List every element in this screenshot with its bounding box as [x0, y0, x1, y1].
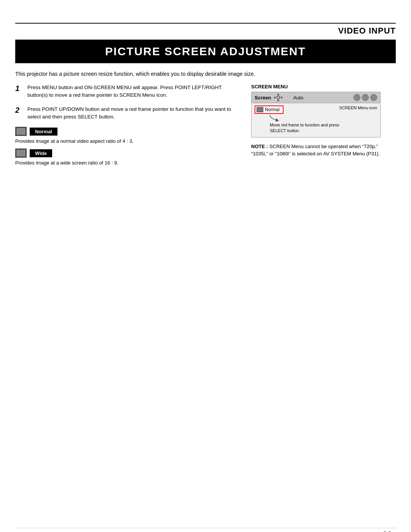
page: VIDEO INPUT PICTURE SCREEN ADJUSTMENT Th…: [0, 23, 411, 532]
move-label-area: Move red frame to function and press SEL…: [266, 115, 377, 134]
normal-desc: Provides image at a normal video aspect …: [15, 138, 240, 144]
screen-tab-label: Screen: [255, 95, 271, 101]
screen-menu-diagram: Screen Auto: [251, 92, 381, 137]
screen-menu-icon-label: SCREEN Menu icon: [339, 105, 377, 110]
option-normal-label-row: Normal: [15, 127, 240, 136]
wide-icon: [15, 149, 27, 158]
page-number: 33: [383, 530, 392, 532]
menu-circle-2: [362, 94, 369, 101]
page-title: PICTURE SCREEN ADJUSTMENT: [23, 45, 388, 58]
menu-circle-1: [354, 94, 360, 101]
intro-text: This projector has a picture screen resi…: [15, 71, 396, 77]
note-prefix: NOTE :: [251, 144, 269, 149]
title-banner: PICTURE SCREEN ADJUSTMENT: [15, 40, 396, 63]
normal-menu-item-text: Normal: [265, 107, 280, 112]
svg-rect-1: [277, 94, 279, 95]
bottom-divider: [15, 528, 396, 528]
left-column: 1 Press MENU button and ON-SCREEN MENU w…: [15, 84, 240, 170]
menu-circle-3: [370, 94, 377, 101]
menu-icon-group: [354, 94, 377, 101]
normal-icon-inner: [17, 128, 25, 134]
option-wide-label-row: Wide: [15, 149, 240, 158]
screen-menu-body: Normal SCREEN Menu icon: [252, 103, 380, 114]
wide-badge: Wide: [30, 149, 52, 157]
screen-menu-icon-annotation: SCREEN Menu icon: [339, 105, 377, 110]
normal-badge: Normal: [30, 128, 57, 136]
step-2-number: 2: [15, 105, 24, 121]
option-wide: Wide Provides image at a wide screen rat…: [15, 149, 240, 166]
wide-icon-inner: [17, 150, 25, 156]
wide-desc: Provides image at a wide screen ratio of…: [15, 160, 240, 166]
normal-menu-item-row: Normal: [255, 105, 284, 114]
two-column-layout: 1 Press MENU button and ON-SCREEN MENU w…: [15, 84, 396, 170]
svg-rect-3: [274, 97, 276, 98]
arrow-down-icon: [266, 115, 289, 122]
section-heading-text: VIDEO INPUT: [338, 26, 396, 35]
move-red-frame-label: Move red frame to function and press SEL…: [270, 122, 377, 134]
step-1: 1 Press MENU button and ON-SCREEN MENU w…: [15, 84, 240, 99]
step-1-number: 1: [15, 84, 24, 99]
screen-menu-label: SCREEN MENU: [251, 84, 396, 89]
screen-menu-top-bar: Screen Auto: [252, 92, 380, 103]
step-2: 2 Press POINT UP/DOWN button and move a …: [15, 105, 240, 121]
note-text: SCREEN Menu cannot be operated when “720…: [251, 144, 380, 157]
step-1-text: Press MENU button and ON-SCREEN MENU wil…: [27, 84, 240, 99]
section-heading: VIDEO INPUT: [0, 24, 411, 36]
note-block: NOTE : SCREEN Menu cannot be operated wh…: [251, 143, 396, 158]
svg-rect-2: [277, 100, 279, 101]
option-normal: Normal Provides image at a normal video …: [15, 127, 240, 144]
svg-rect-4: [281, 97, 282, 98]
right-column: SCREEN MENU Screen Auto: [251, 84, 396, 158]
svg-point-0: [277, 96, 280, 99]
gear-icon: [274, 94, 282, 101]
main-content: This projector has a picture screen resi…: [15, 63, 396, 170]
normal-icon: [15, 127, 27, 136]
auto-label: Auto: [293, 95, 303, 101]
normal-menu-item-icon: [256, 107, 263, 112]
screen-menu-annotation-area: Move red frame to function and press SEL…: [252, 114, 380, 137]
step-2-text: Press POINT UP/DOWN button and move a re…: [27, 105, 240, 121]
